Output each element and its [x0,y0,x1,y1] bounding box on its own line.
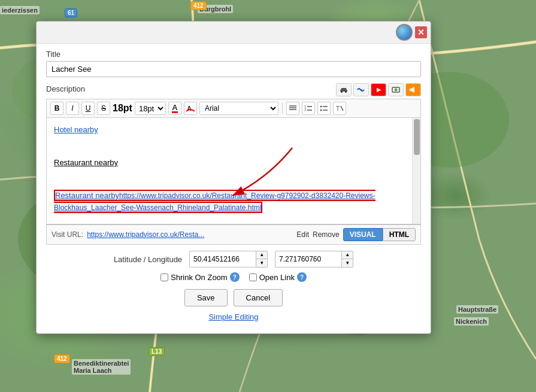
description-header: Description ▶ [46,83,421,96]
svg-line-24 [341,106,343,111]
align-button[interactable] [286,102,299,115]
ordered-list-button[interactable]: 1.2. [302,102,315,115]
shrink-on-zoom-checkbox[interactable] [161,274,168,281]
underline-button[interactable]: U [81,102,95,115]
font-size-select[interactable]: 18pt 12pt 14pt 24pt [135,102,166,115]
scrollbar-thumb [414,119,420,155]
dialog-body: Title Description ▶ [37,44,431,333]
html-toggle-button[interactable]: HTML [383,228,416,241]
remove-url-button[interactable]: Remove [313,230,340,239]
bold-button[interactable]: B [50,102,63,115]
url-bar: Visit URL: https://www.tripadvisor.co.uk… [46,224,421,245]
svg-rect-10 [410,89,412,91]
dialog-titlebar: ✕ [37,22,431,44]
visual-html-toggle: VISUAL HTML [343,228,416,241]
svg-point-6 [345,91,347,93]
lat-down-button[interactable]: ▼ [256,259,267,267]
cancel-button[interactable]: Cancel [234,289,283,306]
open-link-label: Open Link [259,273,295,282]
simple-editing-link[interactable]: Simple Editing [46,312,421,321]
editor-line-3: Restaurant nearby [54,157,406,169]
lng-up-button[interactable]: ▲ [342,251,353,259]
latlng-section: Latitude / Longitude ▲ ▼ ▲ ▼ [46,251,421,268]
italic-button[interactable]: I [66,102,79,115]
unordered-list-button[interactable] [317,102,331,115]
open-link-checkbox[interactable] [249,274,257,281]
text-color-label: A [172,104,177,113]
editor-line-4 [54,174,406,186]
svg-point-20 [320,110,322,111]
title-input[interactable] [46,61,421,77]
youtube-icon-btn[interactable]: ▶ [371,83,386,96]
latlng-label: Latitude / Longitude [114,255,182,264]
longitude-input[interactable] [275,253,341,266]
globe-icon [396,24,413,41]
longitude-input-group: ▲ ▼ [275,251,353,268]
latitude-input[interactable] [190,253,256,266]
latitude-spinner: ▲ ▼ [256,251,267,267]
svg-point-5 [341,91,343,93]
editor-content-inner: Hotel nearby Restaurant nearby Restauran… [54,124,413,213]
font-family-select[interactable]: Arial Times New Roman Courier New [199,102,278,115]
font-size-group: 18pt 18pt 12pt 14pt 24pt [113,102,166,115]
editor-content[interactable]: Hotel nearby Restaurant nearby Restauran… [46,117,421,224]
editor-line-5: Restaurant nearbyhttps://www.tripadvisor… [54,190,406,213]
clear-format-button[interactable]: T [333,102,346,115]
toolbar-divider [282,103,283,114]
open-link-info-icon[interactable]: ? [297,272,307,282]
buttons-row: Save Cancel [46,289,421,306]
svg-text:T: T [336,105,340,112]
font-size-display: 18pt [113,103,132,114]
photo-icon-btn[interactable] [388,83,404,96]
description-label: Description [46,84,85,93]
text-color-button[interactable]: A [168,102,181,115]
editor-line-1: Hotel nearby [54,124,406,136]
editor-scrollbar[interactable] [412,118,420,224]
text-color-icon-button[interactable]: A [184,102,197,115]
url-value: https://www.tripadvisor.co.uk/Resta... [87,230,293,239]
svg-point-19 [320,106,322,108]
longitude-spinner: ▲ ▼ [341,251,353,267]
save-button[interactable]: Save [184,289,228,306]
shrink-info-icon[interactable]: ? [230,272,240,282]
restaurant-nearby-text: Restaurant nearby [54,158,118,167]
link-icon-btn[interactable] [353,83,369,96]
sound-icon-btn[interactable] [405,83,421,96]
title-label: Title [46,50,421,59]
car-icon-btn[interactable] [336,83,352,96]
shrink-on-zoom-label: Shrink On Zoom [171,273,228,282]
lng-down-button[interactable]: ▼ [342,259,353,267]
open-link-group: Open Link ? [249,272,307,282]
close-button[interactable]: ✕ [415,26,427,38]
edit-dialog: ✕ Title Description ▶ [36,21,431,334]
latitude-input-group: ▲ ▼ [189,251,268,268]
highlighted-restaurant-link[interactable]: Restaurant nearbyhttps://www.tripadvisor… [54,190,375,213]
editor-line-2 [54,141,406,153]
visual-toggle-button[interactable]: VISUAL [343,228,383,241]
editor-toolbar: B I U S 18pt 18pt 12pt 14pt 24pt A A Ari… [46,99,421,117]
hotel-nearby-link[interactable]: Hotel nearby [54,125,98,134]
options-row: Shrink On Zoom ? Open Link ? [46,272,421,282]
svg-point-9 [395,89,398,92]
strikethrough-button[interactable]: S [97,102,110,115]
edit-url-button[interactable]: Edit [296,230,309,239]
svg-text:2.: 2. [304,108,307,111]
visit-url-label: Visit URL: [52,230,83,239]
shrink-on-zoom-group: Shrink On Zoom ? [161,272,240,282]
lat-up-button[interactable]: ▲ [256,251,267,259]
description-toolbar-icons: ▶ [336,83,421,96]
